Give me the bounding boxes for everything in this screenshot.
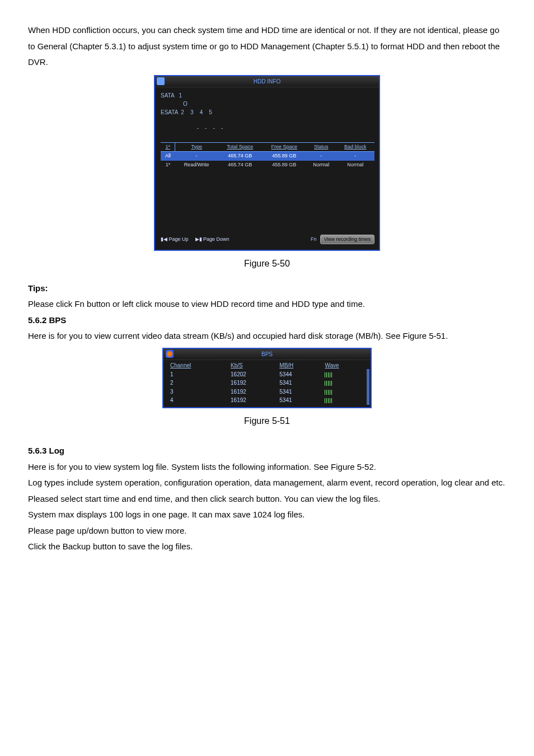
bps-col-kbs: Kb/S [227,361,276,370]
fn-label: Fn [311,236,317,243]
hdd-col-free: Free Space [262,142,306,152]
sata-slots: 1 [179,92,182,99]
table-row: 1 16202 5344 [167,370,367,379]
hdd-col-bad: Bad block [336,142,374,152]
log-paragraph: Pleased select start time and end time, … [28,491,506,507]
scrollbar[interactable] [367,369,369,405]
bps-table: Channel Kb/S MB/H Wave 1 16202 5344 2 16… [167,361,367,405]
hdd-col-status: Status [306,142,336,152]
section-bps-heading: 5.6.2 BPS [28,312,506,329]
sata-label: SATA [161,92,174,99]
hdd-icon [157,77,165,85]
bps-col-mbh: MB/H [276,361,321,370]
log-paragraph: Click the Backup button to save the log … [28,539,506,555]
view-recording-times-button[interactable]: View recording times [320,235,374,245]
hdd-col-total: Total Space [218,142,262,152]
wave-icon [325,372,332,377]
table-row: 4 16192 5341 [167,396,367,405]
wave-icon [325,381,332,386]
esata-slots: 2 3 4 5 [181,109,212,115]
hdd-info-title: HDD INFO [254,78,280,85]
table-row[interactable]: 1* Read/Write 465.74 GB 455.89 GB Normal… [161,161,374,170]
table-row: 3 16192 5341 [167,388,367,396]
table-row[interactable]: All - 465.74 GB 455.89 GB - - [161,152,374,161]
page-up-button[interactable]: ▮◀ Page Up [161,236,189,243]
tips-body: Please click Fn button or left click mou… [28,296,506,312]
table-row: 2 16192 5341 [167,379,367,388]
esata-label: ESATA [161,109,178,115]
bps-col-wave: Wave [321,361,367,370]
log-paragraph: Log types include system operation, conf… [28,475,506,491]
section-log-heading: 5.6.3 Log [28,443,506,459]
esata-status: - - - - [197,125,223,131]
hdd-col-index: 1* [161,142,175,152]
bps-icon [166,350,174,358]
page-down-button[interactable]: ▶▮ Page Down [195,236,229,243]
wave-icon [325,390,332,395]
tips-heading: Tips: [28,281,506,297]
bps-title-text: BPS [261,351,273,357]
log-paragraph: Please page up/down button to view more. [28,523,506,539]
hdd-info-window: HDD INFO SATA 1 O ESATA 2 3 4 5 - - - - … [154,75,380,251]
bps-col-channel: Channel [167,361,227,370]
hdd-info-titlebar: HDD INFO [155,76,379,87]
log-paragraph: Here is for you to view system log file.… [28,459,506,475]
bps-paragraph: Here is for you to view current video da… [28,328,506,344]
log-paragraph: System max displays 100 logs in one page… [28,507,506,523]
figure-caption-50: Figure 5-50 [28,258,506,270]
figure-caption-51: Figure 5-51 [28,415,506,427]
hdd-col-type: Type [175,142,218,152]
sata-status: O [183,101,188,107]
intro-paragraph: When HDD confliction occurs, you can che… [28,22,506,71]
hdd-table: 1* Type Total Space Free Space Status Ba… [161,142,374,170]
bps-window: BPS Channel Kb/S MB/H Wave 1 16202 5344 … [162,348,372,408]
bps-titlebar: BPS [163,349,371,361]
wave-icon [325,398,332,403]
